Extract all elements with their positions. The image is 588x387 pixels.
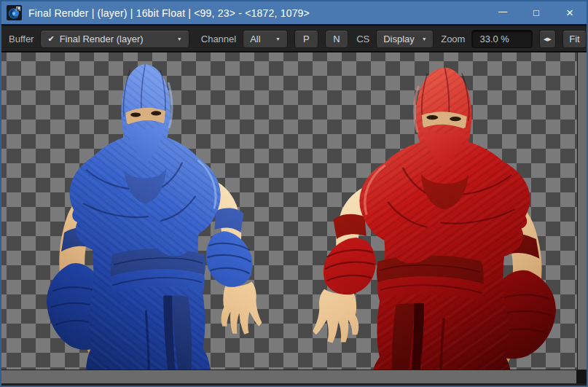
zoom-input[interactable]: 33.0 % xyxy=(471,30,532,48)
app-icon xyxy=(7,5,22,20)
minimize-icon: — xyxy=(498,7,507,16)
zoom-label: Zoom xyxy=(441,34,465,44)
display-dropdown[interactable]: Display ▼ xyxy=(376,30,434,48)
maximize-icon: □ xyxy=(533,8,539,17)
chevron-down-icon: ▼ xyxy=(170,36,182,42)
vertical-scrollbar[interactable] xyxy=(577,52,587,370)
buffer-dropdown[interactable]: ✔ Final Render (layer) ▼ xyxy=(40,30,189,48)
chevron-down-icon: ▼ xyxy=(415,36,427,42)
channel-dropdown[interactable]: All ▼ xyxy=(243,30,288,48)
checkmark-icon: ✔ xyxy=(47,34,54,44)
zoom-stepper[interactable]: ◀ ▶ xyxy=(539,30,556,48)
render-window: Final Render | (layer) | 16bit Float | <… xyxy=(0,0,588,387)
step-right-icon: ▶ xyxy=(547,36,551,42)
p-button[interactable]: P xyxy=(294,30,318,48)
scrollbar-corner xyxy=(576,370,587,383)
display-value: Display xyxy=(383,34,415,44)
close-icon: × xyxy=(566,7,573,19)
fit-button[interactable]: Fit xyxy=(562,30,587,48)
render-viewport[interactable] xyxy=(1,52,577,370)
blue-ninja-figure xyxy=(47,64,262,370)
n-button[interactable]: N xyxy=(325,30,349,48)
channel-label: Channel xyxy=(201,34,236,44)
red-ninja-figure xyxy=(313,67,556,370)
buffer-label: Buffer xyxy=(9,34,34,44)
toolbar: Buffer ✔ Final Render (layer) ▼ Channel … xyxy=(1,26,587,52)
chevron-down-icon: ▼ xyxy=(268,36,281,42)
minimize-button[interactable]: — xyxy=(486,1,520,24)
render-image xyxy=(1,52,577,370)
close-button[interactable]: × xyxy=(553,1,587,24)
channel-value: All xyxy=(250,34,260,44)
maximize-button[interactable]: □ xyxy=(520,1,553,24)
horizontal-scrollbar[interactable] xyxy=(1,370,576,383)
window-title: Final Render | (layer) | 16bit Float | <… xyxy=(28,7,486,19)
buffer-value: Final Render (layer) xyxy=(60,34,144,44)
cs-toggle[interactable]: CS xyxy=(356,34,369,44)
window-bottom-edge xyxy=(1,383,587,386)
titlebar[interactable]: Final Render | (layer) | 16bit Float | <… xyxy=(1,1,587,24)
